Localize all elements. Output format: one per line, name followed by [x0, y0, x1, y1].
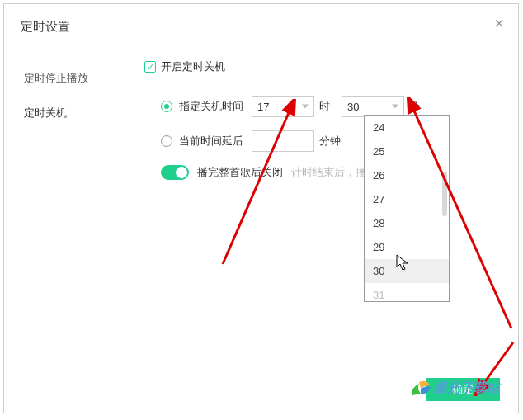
- finish-song-label: 播完整首歌后关闭: [197, 165, 283, 180]
- dropdown-item[interactable]: 24: [365, 116, 449, 139]
- hour-unit: 时: [319, 99, 330, 114]
- dropdown-item[interactable]: 25: [365, 139, 449, 163]
- dropdown-item[interactable]: 26: [365, 163, 449, 187]
- delay-unit: 分钟: [319, 134, 341, 149]
- dropdown-item[interactable]: 27: [365, 187, 449, 211]
- checkbox-icon: [144, 61, 156, 73]
- delay-input[interactable]: [252, 130, 314, 152]
- hour-value: 17: [257, 101, 269, 113]
- dropdown-scrollbar[interactable]: [442, 119, 447, 298]
- main-panel: 开启定时关机 指定关机时间 17 时 30 分 当前时间延后: [128, 45, 518, 180]
- sidebar: 定时停止播放 定时关机: [4, 45, 128, 180]
- hour-select[interactable]: 17: [252, 96, 314, 117]
- finish-song-toggle[interactable]: [161, 165, 189, 180]
- sidebar-item-label: 定时停止播放: [24, 72, 88, 84]
- dropdown-item[interactable]: 30: [365, 259, 449, 283]
- dropdown-item[interactable]: 31: [365, 283, 449, 301]
- dialog-title: 定时设置: [21, 19, 70, 33]
- close-button[interactable]: ×: [492, 16, 507, 31]
- specify-time-label: 指定关机时间: [179, 99, 243, 114]
- chevron-down-icon: [392, 105, 398, 109]
- dialog-header: 定时设置 ×: [4, 4, 518, 45]
- hint-text: 计时结束后，播: [291, 165, 366, 180]
- minute-dropdown: 24 25 26 27 28 29 30 31: [364, 115, 450, 302]
- dropdown-item[interactable]: 29: [365, 235, 449, 259]
- enable-shutdown-row[interactable]: 开启定时关机: [144, 59, 502, 74]
- delay-time-label: 当前时间延后: [179, 134, 243, 149]
- minute-unit: 分: [409, 99, 420, 114]
- minute-value: 30: [347, 101, 359, 113]
- sidebar-item-shutdown[interactable]: 定时关机: [4, 96, 128, 130]
- sidebar-item-stop-playback[interactable]: 定时停止播放: [4, 61, 128, 96]
- radio-specify-time[interactable]: [161, 101, 172, 112]
- close-icon: ×: [494, 14, 504, 32]
- enable-shutdown-label: 开启定时关机: [161, 59, 225, 74]
- chevron-down-icon: [302, 105, 309, 109]
- scrollbar-thumb[interactable]: [442, 172, 447, 216]
- sidebar-item-label: 定时关机: [24, 106, 67, 119]
- dropdown-item[interactable]: 28: [365, 211, 449, 235]
- confirm-button[interactable]: 确定: [426, 378, 500, 401]
- radio-delay-time[interactable]: [161, 135, 172, 147]
- dialog-window: 定时设置 × 定时停止播放 定时关机 开启定时关机 指定关机时间 17: [3, 3, 519, 413]
